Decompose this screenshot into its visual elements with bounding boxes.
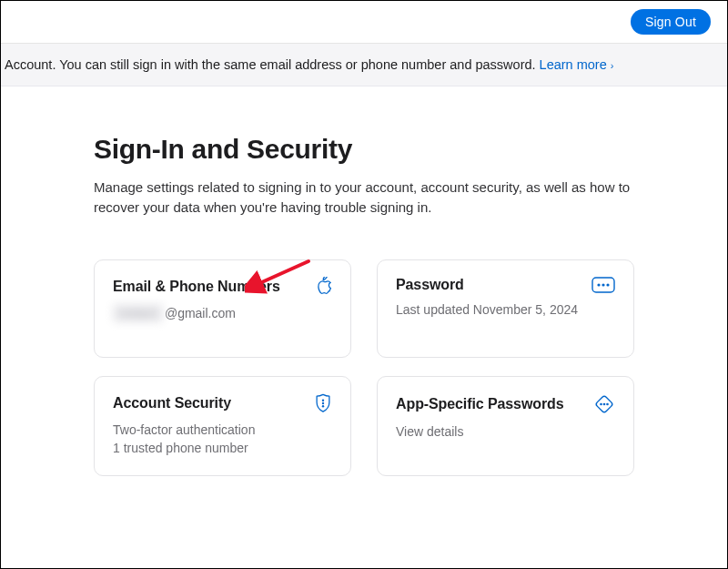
svg-point-5 [322,402,324,404]
sign-out-button[interactable]: Sign Out [631,9,711,35]
info-banner: Account. You can still sign in with the … [1,44,727,86]
svg-point-2 [602,283,604,286]
svg-point-9 [603,402,606,405]
card-title: Account Security [113,395,231,412]
card-title: Password [396,277,464,293]
svg-point-8 [600,402,602,405]
app-header: Sign Out [1,1,727,44]
card-detail: Two-factor authentication 1 trusted phon… [113,421,332,458]
svg-point-6 [322,405,324,407]
diamond-dots-icon [593,393,615,415]
apple-icon [314,277,332,297]
settings-card-grid: Email & Phone Numbers redact@gmail.com P… [94,259,634,477]
card-password[interactable]: Password Last updated November 5, 2024 [377,259,634,358]
shield-icon [314,393,332,413]
svg-point-3 [606,283,609,286]
card-detail: Last updated November 5, 2024 [396,300,615,319]
card-title: App-Specific Passwords [396,396,564,412]
svg-point-1 [597,283,600,286]
page-title: Sign-In and Security [94,134,634,165]
svg-point-10 [606,402,609,405]
card-title: Email & Phone Numbers [113,279,280,295]
dots-icon [592,277,615,293]
redacted-email-prefix: redact [113,304,163,322]
email-suffix: @gmail.com [165,306,236,320]
page-description: Manage settings related to signing in to… [94,178,634,218]
banner-text: Account. You can still sign in with the … [5,57,540,72]
card-email-phone[interactable]: Email & Phone Numbers redact@gmail.com [94,259,351,358]
learn-more-link[interactable]: Learn more › [540,57,614,72]
card-app-specific-passwords[interactable]: App-Specific Passwords View details [377,376,634,477]
card-detail: View details [396,422,615,441]
card-detail: redact@gmail.com [113,304,332,322]
svg-point-4 [322,399,324,401]
card-account-security[interactable]: Account Security Two-factor authenticati… [94,376,351,477]
